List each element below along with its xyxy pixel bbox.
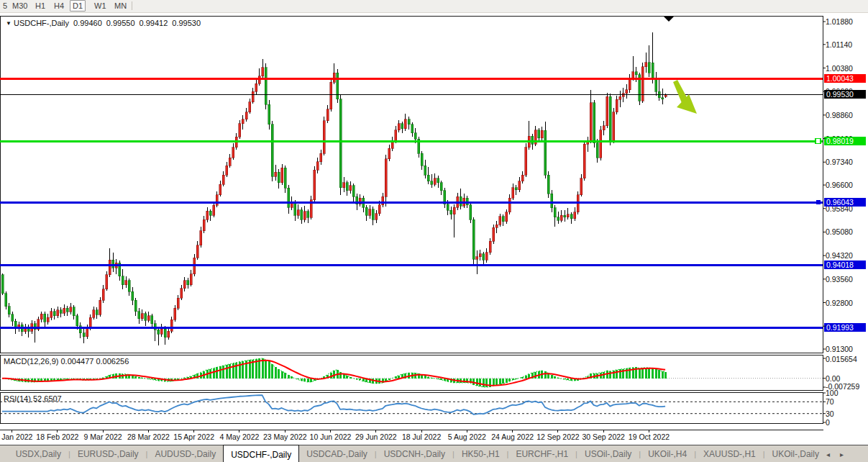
tab-scroll-right-icon[interactable]: ▸ bbox=[840, 450, 844, 458]
timeframe-button-w1[interactable]: W1 bbox=[92, 1, 109, 11]
rsi-label: RSI(14) 52.6507 bbox=[4, 394, 62, 403]
timeframe-button-h1[interactable]: H1 bbox=[33, 1, 47, 11]
rsi-axis-label: 100 bbox=[826, 389, 839, 397]
tab-audusd-daily[interactable]: AUDUSD-,Daily bbox=[147, 445, 223, 462]
price-line-badge: 1.00043 bbox=[824, 74, 866, 83]
price-tick-label: 0.94320 bbox=[826, 251, 866, 260]
main-chart-panel[interactable] bbox=[0, 16, 823, 353]
macd-axis-max: 0.015654 bbox=[826, 355, 857, 363]
price-tick-label: 0.97340 bbox=[826, 158, 866, 166]
price-line-badge: 0.96043 bbox=[824, 198, 866, 207]
macd-name: MACD(12,26,9) bbox=[4, 357, 58, 366]
price-tick-label: 0.92800 bbox=[826, 299, 866, 307]
ohlc-high: 0.99550 bbox=[106, 19, 135, 27]
timeframe-button-5[interactable]: 5 bbox=[1, 1, 9, 11]
macd-label: MACD(12,26,9) 0.004477 0.006256 bbox=[4, 357, 129, 366]
toolbar-separator bbox=[132, 1, 132, 10]
symbol-dropdown-icon[interactable]: ▼ bbox=[6, 20, 12, 27]
price-line-badge: 0.98019 bbox=[824, 137, 866, 145]
symbol-tab-bar: USDX,Daily|EURUSD-,Daily|AUDUSD-,DailyUS… bbox=[0, 445, 868, 462]
tab-hk50-h1[interactable]: HK50-,H1 bbox=[454, 445, 507, 462]
date-axis-line bbox=[0, 430, 823, 430]
ohlc-open: 0.99460 bbox=[73, 19, 102, 27]
price-tick-label: 1.00380 bbox=[826, 64, 866, 73]
rsi-axis-label: 70 bbox=[826, 397, 834, 406]
timeframe-toolbar: 5M30H1H4D1W1MN bbox=[0, 0, 868, 13]
price-tick-label: 0.91300 bbox=[826, 345, 866, 353]
tab-xauusd-h1[interactable]: XAUUSD-,H1 bbox=[696, 445, 763, 462]
macd-signal-value: 0.006256 bbox=[96, 357, 129, 366]
chart-symbol-label: USDCHF-,Daily bbox=[14, 19, 69, 27]
rsi-name: RSI(14) bbox=[4, 394, 31, 403]
timeframe-button-m30[interactable]: M30 bbox=[10, 1, 29, 11]
price-line-badge: 0.99530 bbox=[824, 90, 866, 99]
timeframe-button-h4[interactable]: H4 bbox=[52, 1, 66, 11]
tab-scroll-left-icon[interactable]: ◂ bbox=[826, 450, 830, 458]
tab-bar-left-pad bbox=[0, 445, 9, 462]
rsi-axis-label: 0 bbox=[826, 418, 830, 427]
price-tick-label: 0.98860 bbox=[826, 111, 866, 119]
price-line-badge: 0.94018 bbox=[824, 261, 866, 269]
tab-ukoil-daily[interactable]: UKOil-,Daily bbox=[765, 445, 826, 462]
price-tick-label: 0.96600 bbox=[826, 181, 866, 189]
chart-title: ▼ USDCHF-,Daily0.994600.995500.994120.99… bbox=[6, 19, 201, 27]
tab-usdcad-daily[interactable]: USDCAD-,Daily bbox=[299, 445, 375, 462]
ohlc-close: 0.99530 bbox=[172, 19, 201, 27]
macd-value: 0.004477 bbox=[60, 357, 93, 366]
price-line-badge: 0.91993 bbox=[824, 323, 866, 332]
date-tick-label: 19 Oct 2022 bbox=[616, 432, 681, 441]
tab-eurusd-daily[interactable]: EURUSD-,Daily bbox=[70, 445, 146, 462]
trading-terminal-window: { "toolbar": { "timeframes": [ {"label":… bbox=[0, 0, 868, 462]
rsi-panel[interactable] bbox=[0, 392, 823, 424]
tab-eurchf-h1[interactable]: EURCHF-,H1 bbox=[508, 445, 575, 462]
ohlc-low: 0.99412 bbox=[140, 19, 168, 27]
price-tick-label: 0.95080 bbox=[826, 227, 866, 236]
timeframe-button-d1[interactable]: D1 bbox=[70, 0, 86, 12]
tab-usdcnh-daily[interactable]: USDCNH-,Daily bbox=[377, 445, 452, 462]
tab-ukoil-h4[interactable]: UKOil-,H4 bbox=[641, 445, 694, 462]
price-tick-label: 0.93560 bbox=[826, 275, 866, 284]
tab-usdx-daily[interactable]: USDX,Daily bbox=[9, 445, 68, 462]
tab-usoil-daily[interactable]: USOil-,Daily bbox=[577, 445, 639, 462]
rsi-axis-label: 30 bbox=[826, 409, 834, 418]
tab-usdchf-daily[interactable]: USDCHF-,Daily bbox=[223, 445, 299, 462]
rsi-value: 52.6507 bbox=[33, 394, 62, 403]
timeframe-button-mn[interactable]: MN bbox=[112, 1, 129, 11]
price-tick-label: 1.01880 bbox=[826, 17, 866, 26]
macd-axis-zero: 0.00 bbox=[826, 374, 840, 383]
price-tick-label: 1.01140 bbox=[826, 40, 866, 49]
tab-scrollers: ◂▸ bbox=[826, 445, 868, 462]
